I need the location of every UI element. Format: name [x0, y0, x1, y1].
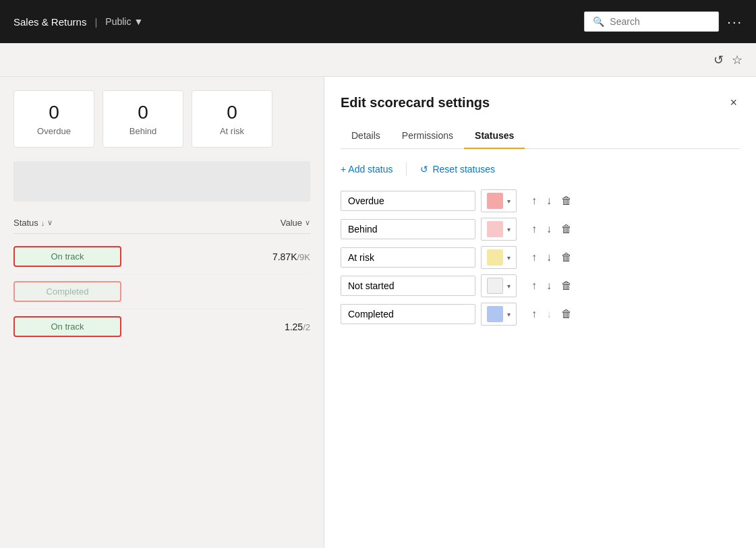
dialog-toolbar: + Add status ↺ Reset statuses [341, 162, 740, 176]
edit-scorecard-dialog: Edit scorecard settings × Details Permis… [324, 77, 756, 548]
color-picker-atrisk[interactable]: ▾ [481, 246, 517, 269]
chevron-down-icon: ▾ [507, 197, 511, 205]
row-value-1: 7.87K/9K [272, 251, 310, 262]
status-header-label: Status [13, 218, 38, 228]
move-up-button-notstarted[interactable]: ↑ [527, 277, 541, 295]
sort-down-icon: ↓ [41, 219, 45, 227]
topbar-right: 🔍 ··· [584, 11, 743, 32]
visibility-label: Public [105, 16, 131, 27]
delete-button-overdue[interactable]: 🗑 [557, 192, 576, 210]
status-name-input-notstarted[interactable] [341, 276, 475, 296]
search-box[interactable]: 🔍 [584, 11, 719, 32]
target-text-2: /2 [303, 322, 310, 332]
status-name-input-atrisk[interactable] [341, 247, 475, 268]
topbar-left: Sales & Returns | Public ▼ [13, 16, 143, 28]
list-item: ▾ ↑ ↓ 🗑 [341, 246, 740, 269]
color-swatch-completed [487, 306, 503, 322]
reset-statuses-label: Reset statuses [432, 164, 495, 175]
color-swatch-atrisk [487, 249, 503, 266]
chevron-down-icon: ▼ [134, 16, 143, 27]
list-item: ▾ ↑ ↓ 🗑 [341, 274, 740, 297]
visibility-selector[interactable]: Public ▼ [105, 16, 143, 27]
gray-placeholder [13, 161, 310, 202]
action-group-completed: ↑ ↓ 🗑 [527, 305, 576, 323]
delete-button-behind[interactable]: 🗑 [557, 220, 576, 238]
list-item: ▾ ↑ ↓ 🗑 [341, 303, 740, 326]
move-up-button-completed[interactable]: ↑ [527, 305, 541, 323]
search-icon: 🔍 [593, 16, 604, 27]
value-header-label: Value [281, 218, 302, 228]
close-button[interactable]: × [727, 93, 740, 113]
left-panel: 0 Overdue 0 Behind 0 At risk Status ↓ ∨ … [0, 77, 324, 548]
action-group-overdue: ↑ ↓ 🗑 [527, 192, 576, 210]
reset-icon: ↺ [420, 164, 428, 175]
favorite-button[interactable]: ☆ [732, 53, 743, 67]
delete-button-atrisk[interactable]: 🗑 [557, 249, 576, 266]
tab-statuses[interactable]: Statuses [464, 123, 525, 149]
dialog-title: Edit scorecard settings [341, 95, 490, 111]
tab-details[interactable]: Details [341, 123, 391, 149]
action-group-atrisk: ↑ ↓ 🗑 [527, 249, 576, 266]
move-up-button-behind[interactable]: ↑ [527, 220, 541, 238]
target-text-1: /9K [297, 252, 310, 262]
reset-statuses-button[interactable]: ↺ Reset statuses [420, 164, 495, 175]
toolbar-divider [406, 162, 407, 176]
move-up-button-atrisk[interactable]: ↑ [527, 249, 541, 266]
move-up-button-overdue[interactable]: ↑ [527, 192, 541, 210]
table-row: On track 1.25/2 [13, 309, 310, 344]
value-text-1: 7.87K [272, 251, 297, 262]
metric-value-atrisk: 0 [208, 102, 256, 123]
status-badge-completed: Completed [13, 281, 121, 302]
delete-button-notstarted[interactable]: 🗑 [557, 277, 576, 295]
status-name-input-overdue[interactable] [341, 191, 475, 211]
dialog-header: Edit scorecard settings × [341, 93, 740, 113]
color-swatch-behind [487, 221, 503, 237]
chevron-down-icon: ▾ [507, 311, 511, 318]
toolbar: ↺ ☆ [0, 43, 756, 77]
color-picker-overdue[interactable]: ▾ [481, 189, 517, 212]
status-name-input-completed[interactable] [341, 304, 475, 324]
status-name-input-behind[interactable] [341, 219, 475, 239]
action-group-behind: ↑ ↓ 🗑 [527, 220, 576, 238]
status-badge-ontrack-2: On track [13, 316, 121, 337]
more-button[interactable]: ··· [727, 14, 743, 30]
list-item: ▾ ↑ ↓ 🗑 [341, 189, 740, 212]
move-down-button-atrisk[interactable]: ↓ [542, 249, 556, 266]
list-item: ▾ ↑ ↓ 🗑 [341, 218, 740, 241]
chevron-down-icon: ▾ [507, 282, 511, 290]
chevron-down-icon: ▾ [507, 254, 511, 262]
color-swatch-notstarted [487, 278, 503, 294]
status-list: ▾ ↑ ↓ 🗑 ▾ ↑ ↓ 🗑 [341, 189, 740, 326]
value-column-header[interactable]: Value ∨ [281, 218, 310, 228]
refresh-button[interactable]: ↺ [714, 53, 724, 67]
table-headers: Status ↓ ∨ Value ∨ [13, 212, 310, 234]
metric-card-atrisk: 0 At risk [192, 90, 272, 148]
action-group-notstarted: ↑ ↓ 🗑 [527, 277, 576, 295]
delete-button-completed[interactable]: 🗑 [557, 305, 576, 323]
search-input[interactable] [610, 16, 710, 27]
move-down-button-overdue[interactable]: ↓ [542, 192, 556, 210]
metric-label-behind: Behind [119, 126, 167, 136]
app-title: Sales & Returns [13, 16, 86, 28]
table-row: On track 7.87K/9K [13, 239, 310, 274]
color-picker-completed[interactable]: ▾ [481, 303, 517, 326]
value-text-2: 1.25 [285, 322, 303, 332]
metric-card-overdue: 0 Overdue [13, 90, 94, 148]
metric-value-behind: 0 [119, 102, 167, 123]
topbar-separator: | [94, 16, 97, 28]
metric-cards: 0 Overdue 0 Behind 0 At risk [13, 90, 310, 148]
status-column-header[interactable]: Status ↓ ∨ [13, 218, 53, 228]
chevron-down-icon: ▾ [507, 226, 511, 233]
move-down-button-completed[interactable]: ↓ [542, 305, 556, 323]
dialog-tabs: Details Permissions Statuses [341, 123, 740, 149]
status-badge-ontrack-1: On track [13, 246, 121, 267]
tab-permissions[interactable]: Permissions [391, 123, 464, 149]
add-status-button[interactable]: + Add status [341, 164, 392, 175]
color-picker-behind[interactable]: ▾ [481, 218, 517, 241]
color-swatch-overdue [487, 193, 503, 209]
metric-value-overdue: 0 [30, 102, 78, 123]
move-down-button-notstarted[interactable]: ↓ [542, 277, 556, 295]
topbar: Sales & Returns | Public ▼ 🔍 ··· [0, 0, 756, 43]
color-picker-notstarted[interactable]: ▾ [481, 274, 517, 297]
move-down-button-behind[interactable]: ↓ [542, 220, 556, 238]
